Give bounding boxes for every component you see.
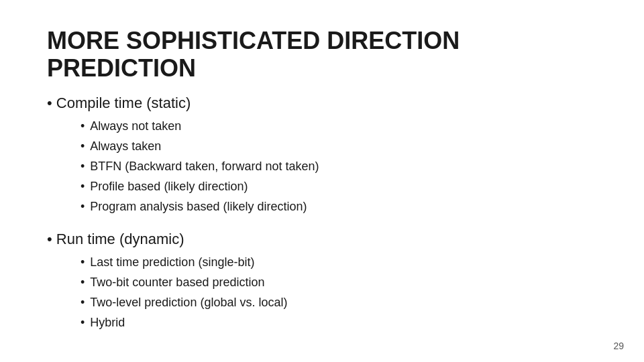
bullet-icon: • [80, 137, 85, 156]
compile-item-2: Always taken [90, 137, 161, 156]
bullet-icon: • [80, 314, 85, 332]
section-run-time-heading: • Run time (dynamic) [47, 231, 597, 248]
section-compile-time: • Compile time (static) • Always not tak… [47, 95, 597, 216]
compile-time-sub-bullets: • Always not taken • Always taken • BTFN… [80, 117, 597, 216]
runtime-item-4: Hybrid [90, 314, 125, 332]
title-line2: PREDICTION [47, 54, 196, 82]
bullet-icon: • [80, 178, 85, 196]
bullet-icon: • [80, 294, 85, 312]
run-time-sub-bullets: • Last time prediction (single-bit) • Tw… [80, 253, 597, 332]
list-item: • Hybrid [80, 314, 597, 332]
list-item: • Always taken [80, 137, 597, 156]
bullet-icon: • [80, 253, 85, 272]
runtime-item-2: Two-bit counter based prediction [90, 274, 264, 292]
page-number: 29 [613, 341, 624, 351]
section-compile-time-label: • Compile time (static) [47, 95, 191, 112]
section-compile-time-heading: • Compile time (static) [47, 95, 597, 112]
list-item: • Program analysis based (likely directi… [80, 198, 597, 216]
list-item: • Two-level prediction (global vs. local… [80, 294, 597, 312]
runtime-item-1: Last time prediction (single-bit) [90, 253, 254, 272]
compile-item-1: Always not taken [90, 117, 181, 135]
compile-item-4: Profile based (likely direction) [90, 178, 248, 196]
bullet-icon: • [80, 117, 85, 135]
section-run-time-label: • Run time (dynamic) [47, 231, 184, 248]
list-item: • Always not taken [80, 117, 597, 135]
section-run-time: • Run time (dynamic) • Last time predict… [47, 231, 597, 332]
bullet-icon: • [80, 198, 85, 216]
bullet-icon: • [80, 158, 85, 176]
list-item: • Profile based (likely direction) [80, 178, 597, 196]
slide: MORE SOPHISTICATED DIRECTION PREDICTION … [0, 0, 644, 362]
compile-item-3: BTFN (Backward taken, forward not taken) [90, 158, 319, 176]
runtime-item-3: Two-level prediction (global vs. local) [90, 294, 287, 312]
compile-item-5: Program analysis based (likely direction… [90, 198, 307, 216]
list-item: • BTFN (Backward taken, forward not take… [80, 158, 597, 176]
list-item: • Last time prediction (single-bit) [80, 253, 597, 272]
slide-title: MORE SOPHISTICATED DIRECTION PREDICTION [47, 27, 597, 82]
title-line1: MORE SOPHISTICATED DIRECTION [47, 27, 460, 54]
list-item: • Two-bit counter based prediction [80, 274, 597, 292]
bullet-icon: • [80, 274, 85, 292]
